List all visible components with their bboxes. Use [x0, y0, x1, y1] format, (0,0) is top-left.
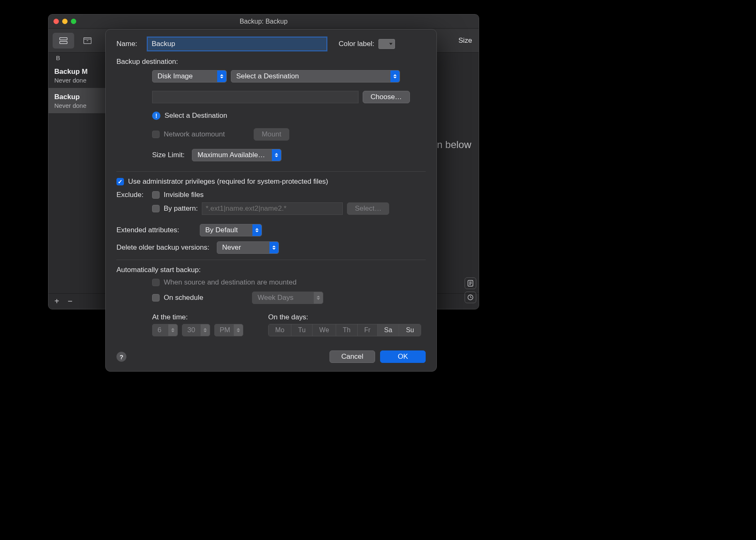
- auto-start-section-title: Automatically start backup:: [116, 266, 426, 274]
- name-label: Name:: [116, 40, 144, 48]
- help-button[interactable]: ?: [116, 352, 126, 362]
- day-fr[interactable]: Fr: [358, 324, 378, 336]
- network-automount-label: Network automount: [164, 130, 225, 139]
- dialog-footer: ? Cancel OK: [116, 350, 426, 363]
- notes-icon-button[interactable]: [465, 277, 476, 289]
- name-input[interactable]: [148, 38, 326, 50]
- day-su[interactable]: Su: [399, 324, 421, 336]
- separator: [116, 171, 426, 172]
- title-bar: Backup: Backup: [48, 15, 479, 29]
- updown-arrows-icon: [314, 292, 323, 304]
- size-limit-value: Maximum Available…: [197, 151, 265, 159]
- exclude-pattern-input[interactable]: [202, 202, 343, 215]
- extended-attributes-select[interactable]: By Default: [200, 224, 262, 236]
- updown-arrows-icon: [269, 242, 279, 253]
- on-schedule-label: On schedule: [164, 294, 203, 302]
- time-ampm-value: PM: [220, 326, 230, 334]
- mount-button[interactable]: Mount: [254, 128, 289, 141]
- network-automount-checkbox[interactable]: [152, 131, 160, 138]
- exclude-invisible-label: Invisible files: [164, 191, 204, 199]
- stack-icon: [59, 37, 68, 44]
- at-time-group: At the time: 6 30 PM: [152, 313, 247, 341]
- toolbar-tab-sublabel: B: [56, 54, 60, 61]
- updown-arrows-icon: [168, 324, 177, 336]
- auto-when-mounted-checkbox[interactable]: [152, 279, 160, 286]
- schedule-mode-select[interactable]: Week Days: [252, 292, 323, 304]
- schedule-icon-button[interactable]: [465, 292, 476, 303]
- plan-title: Backup: [54, 93, 114, 101]
- exclude-pattern-label: By pattern:: [164, 204, 198, 213]
- color-label: Color label:: [339, 40, 374, 48]
- updown-arrows-icon: [217, 71, 226, 82]
- box-icon: [83, 37, 92, 44]
- add-plan-button[interactable]: +: [53, 297, 61, 306]
- auto-when-mounted-label: When source and destination are mounted: [164, 278, 296, 287]
- time-hour-stepper[interactable]: 6: [152, 324, 178, 336]
- plan-subtitle: Never done: [54, 77, 114, 84]
- zoom-window-button[interactable]: [71, 19, 76, 24]
- traffic-lights: [53, 19, 76, 24]
- document-icon: [467, 280, 474, 287]
- separator: [116, 260, 426, 260]
- day-tu[interactable]: Tu: [291, 324, 313, 336]
- updown-arrows-icon: [201, 324, 210, 336]
- delete-older-value: Never: [222, 243, 241, 252]
- exclude-label: Exclude:: [116, 191, 148, 199]
- svg-rect-2: [84, 39, 91, 44]
- size-limit-label: Size Limit:: [152, 151, 184, 159]
- clock-icon: [467, 294, 474, 301]
- ok-button[interactable]: OK: [380, 350, 426, 363]
- exclude-pattern-checkbox[interactable]: [152, 205, 160, 212]
- updown-arrows-icon: [272, 149, 281, 161]
- minimize-window-button[interactable]: [62, 19, 68, 24]
- window-title: Backup: Backup: [48, 18, 479, 25]
- remove-plan-button[interactable]: −: [66, 297, 74, 306]
- column-header-size[interactable]: Size: [458, 36, 475, 45]
- updown-arrows-icon: [234, 324, 243, 336]
- destination-type-value: Disk Image: [158, 72, 193, 80]
- info-icon: !: [152, 112, 160, 120]
- destination-location-value: Select a Destination: [236, 72, 299, 80]
- plan-subtitle: Never done: [54, 102, 114, 109]
- time-minute-value: 30: [187, 326, 195, 334]
- svg-line-11: [470, 297, 472, 298]
- size-limit-select[interactable]: Maximum Available…: [192, 149, 281, 161]
- backup-settings-dialog: Name: Color label: Backup destination: D…: [105, 29, 437, 372]
- svg-rect-0: [60, 37, 67, 39]
- day-sa[interactable]: Sa: [378, 324, 400, 336]
- exclude-select-button[interactable]: Select…: [347, 202, 389, 215]
- time-minute-stepper[interactable]: 30: [182, 324, 210, 336]
- svg-rect-3: [84, 37, 91, 39]
- extended-attributes-label: Extended attributes:: [116, 226, 179, 234]
- svg-rect-1: [60, 41, 67, 43]
- extended-attributes-value: By Default: [205, 226, 237, 234]
- right-side-icons: [465, 277, 476, 303]
- close-window-button[interactable]: [53, 19, 59, 24]
- exclude-invisible-checkbox[interactable]: [152, 191, 160, 199]
- destination-type-select[interactable]: Disk Image: [152, 70, 227, 83]
- admin-privileges-checkbox[interactable]: [116, 178, 124, 185]
- toolbar-tab-archive[interactable]: [77, 33, 98, 49]
- updown-arrows-icon: [390, 71, 400, 82]
- cancel-button[interactable]: Cancel: [330, 350, 375, 363]
- updown-arrows-icon: [252, 224, 262, 236]
- day-mo[interactable]: Mo: [269, 324, 291, 336]
- at-time-label: At the time:: [152, 313, 247, 321]
- delete-older-select[interactable]: Never: [217, 241, 279, 254]
- destination-path-input[interactable]: [152, 91, 359, 103]
- time-ampm-stepper[interactable]: PM: [214, 324, 243, 336]
- days-segmented-control[interactable]: Mo Tu We Th Fr Sa Su: [268, 324, 421, 336]
- toolbar-tab-plans[interactable]: [53, 33, 74, 49]
- day-th[interactable]: Th: [336, 324, 358, 336]
- color-label-picker[interactable]: [378, 39, 395, 49]
- day-we[interactable]: We: [313, 324, 336, 336]
- on-schedule-checkbox[interactable]: [152, 294, 160, 302]
- plan-title: Backup M: [54, 68, 114, 76]
- delete-older-label: Delete older backup versions:: [116, 243, 209, 252]
- schedule-mode-value: Week Days: [257, 294, 293, 302]
- time-hour-value: 6: [158, 326, 161, 334]
- choose-destination-button[interactable]: Choose…: [363, 91, 410, 103]
- admin-privileges-label: Use administrator privileges (required f…: [128, 178, 328, 186]
- destination-location-select[interactable]: Select a Destination: [231, 70, 400, 83]
- on-days-group: On the days: Mo Tu We Th Fr Sa Su: [268, 313, 421, 336]
